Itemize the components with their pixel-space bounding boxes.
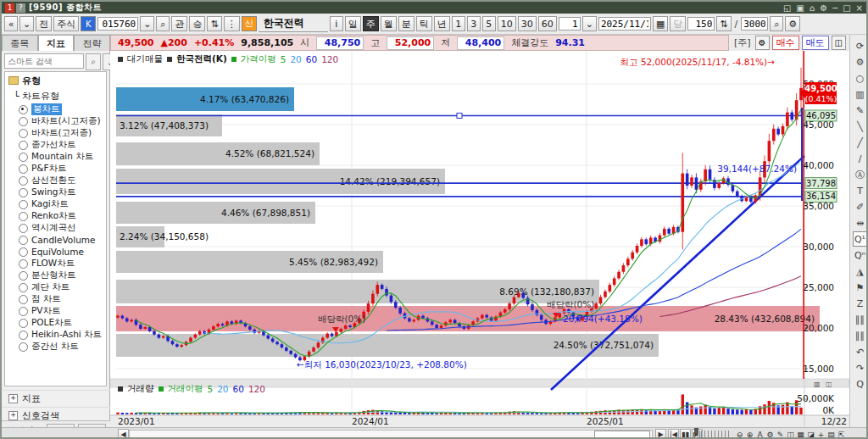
ellipse-tool-icon[interactable]: ○: [853, 70, 868, 86]
flag-tool-icon[interactable]: ⚑: [853, 280, 868, 295]
pane-layout-icon[interactable]: ▥: [814, 381, 821, 388]
radio-icon[interactable]: [19, 105, 28, 114]
smart-search-input[interactable]: [4, 53, 84, 69]
tree-parent-chart-types[interactable]: └ 차트유형: [5, 89, 106, 103]
chart-type-option[interactable]: FLOW차트: [5, 258, 106, 270]
sidebar-section-지표[interactable]: +지표: [2, 390, 110, 407]
period-day-button[interactable]: 일: [345, 16, 361, 31]
shin-badge[interactable]: 신: [242, 16, 257, 31]
period-tick-button[interactable]: 틱: [416, 16, 432, 31]
chart-type-option[interactable]: 점 차트: [5, 293, 106, 305]
maximize-button[interactable]: □: [843, 3, 850, 13]
chart-type-option[interactable]: EquiVolume: [5, 246, 106, 258]
zoom-search-button[interactable]: ⌕: [770, 16, 783, 31]
help-badge[interactable]: ?: [16, 3, 25, 13]
marker-tool-icon[interactable]: ✐: [853, 199, 868, 214]
fullscreen-button[interactable]: ⇱: [837, 429, 846, 439]
stock-name-field[interactable]: 한국전력: [259, 16, 328, 32]
radio-icon[interactable]: [19, 212, 28, 221]
interval-input[interactable]: [559, 17, 581, 31]
bars-count-input[interactable]: [687, 17, 715, 31]
zigzag-tool-icon[interactable]: Z: [853, 296, 868, 311]
scroll-left-button[interactable]: ◀: [118, 429, 129, 439]
chart-type-option[interactable]: Renko차트: [5, 210, 106, 222]
window-settings-icon[interactable]: ⚙: [820, 3, 827, 13]
scroll-right-button[interactable]: ▶: [655, 429, 666, 439]
new-window-button[interactable]: ◫: [786, 429, 795, 439]
stock-button[interactable]: 주식: [53, 16, 79, 31]
close-button[interactable]: ×: [856, 3, 863, 13]
radio-icon[interactable]: [19, 164, 28, 174]
split-pane-icon[interactable]: ◫: [832, 36, 846, 50]
redo-icon[interactable]: ↷: [853, 360, 868, 375]
minute-30-button[interactable]: 30: [518, 16, 537, 31]
expand-icon[interactable]: +: [8, 411, 18, 420]
ray-tool-icon[interactable]: /: [853, 151, 868, 166]
interval-dropdown-button[interactable]: ⌄: [582, 16, 597, 31]
scrollbar-thumb[interactable]: [594, 431, 650, 439]
chart-type-option[interactable]: Swing차트: [5, 186, 106, 198]
chart-type-option[interactable]: Mountain 차트: [5, 151, 106, 163]
chart-type-option[interactable]: 중간선 차트: [5, 341, 106, 353]
date-input[interactable]: [598, 17, 651, 31]
quote-settings-icon[interactable]: ⚙: [755, 36, 770, 50]
radio-icon[interactable]: [19, 224, 28, 233]
buy-button[interactable]: 매수: [772, 36, 799, 50]
gwan-button[interactable]: 관: [171, 16, 187, 31]
calendar-button[interactable]: ▦: [653, 16, 668, 31]
total-bars-input[interactable]: [741, 17, 768, 31]
radio-icon[interactable]: [19, 307, 28, 316]
minute-3-button[interactable]: 3: [467, 16, 481, 31]
refresh-icon[interactable]: ⟳: [853, 38, 868, 53]
zoom-in-button[interactable]: ⊕: [745, 429, 754, 439]
radio-icon[interactable]: [19, 259, 28, 269]
tab-jeonryak[interactable]: 전략: [74, 35, 110, 51]
trendline-tool-icon[interactable]: ╱: [853, 135, 868, 150]
chart-settings-button[interactable]: ⚙: [785, 16, 800, 31]
radio-icon[interactable]: [19, 342, 28, 352]
clone-window-icon[interactable]: ▣: [796, 3, 804, 13]
chart-scrollbar[interactable]: [129, 430, 653, 439]
text-tool-icon[interactable]: T: [853, 183, 868, 198]
tool-settings-icon[interactable]: ⚙: [853, 54, 868, 69]
chart-type-option[interactable]: Kagi차트: [5, 198, 106, 210]
radio-icon[interactable]: [19, 188, 28, 197]
more-button[interactable]: ⋮: [224, 16, 240, 31]
pane-close-icon[interactable]: ◫: [826, 381, 832, 388]
stock-code-input[interactable]: [97, 17, 138, 31]
mini-chart-button[interactable]: ◪: [806, 429, 815, 439]
minimize-button[interactable]: ─: [832, 3, 837, 13]
chart-type-option[interactable]: PV차트: [5, 305, 106, 317]
add-pane-button[interactable]: +: [816, 429, 826, 439]
k-logo[interactable]: K: [81, 16, 96, 31]
draw-mode-button[interactable]: ✎: [776, 429, 785, 439]
radio-icon[interactable]: [19, 129, 28, 138]
bottom-settings-button[interactable]: ⚙: [765, 429, 775, 439]
nav-back-button[interactable]: «: [4, 16, 18, 31]
chart-type-option[interactable]: Heikin-Ashi 차트: [5, 329, 106, 341]
pen-tool-icon[interactable]: ✎: [853, 103, 868, 118]
compare-tool-icon[interactable]: ⇹: [853, 215, 868, 231]
updown-button[interactable]: ⇅: [207, 16, 221, 31]
undo-icon[interactable]: ↶: [853, 344, 868, 359]
radio-icon[interactable]: [19, 153, 28, 162]
radio-icon[interactable]: [19, 247, 28, 257]
chart-type-option[interactable]: 역시계곡선: [5, 222, 106, 234]
chart-type-option[interactable]: CandleVolume: [5, 234, 106, 246]
search-icon[interactable]: ⌕: [86, 53, 101, 70]
pattern-icon[interactable]: ◮: [853, 264, 868, 279]
print-button[interactable]: ▤: [826, 429, 836, 439]
radio-icon[interactable]: [19, 200, 28, 209]
code-dropdown-button[interactable]: ⌄: [140, 16, 154, 31]
chart-type-option[interactable]: P&F차트: [5, 163, 106, 175]
chart-type-option[interactable]: 바차트(고저종): [5, 127, 106, 139]
auto-scale-button[interactable]: A: [755, 429, 765, 439]
grid-toggle-button[interactable]: ▦: [796, 429, 805, 439]
period-minute-button[interactable]: 분: [398, 16, 415, 31]
chart-type-option[interactable]: POLE차트: [5, 317, 106, 329]
radio-icon[interactable]: [19, 141, 28, 150]
chart-type-option[interactable]: 삼선전환도: [5, 175, 106, 186]
zoom-mode2-icon[interactable]: Qⁿ: [853, 247, 868, 263]
expand-icon[interactable]: +: [8, 394, 18, 403]
auto-draw-icon[interactable]: Ⓐ: [853, 167, 868, 182]
